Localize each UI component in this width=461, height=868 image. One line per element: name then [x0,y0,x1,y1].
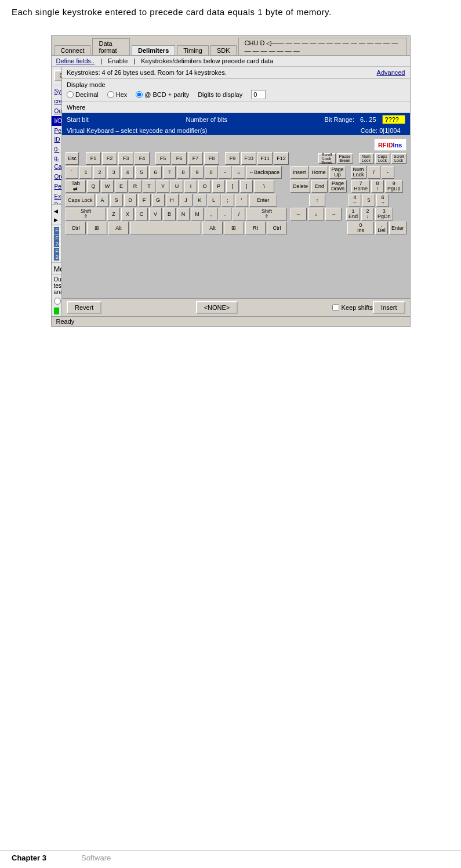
key-pgdn[interactable]: PageDown [329,180,347,193]
list-item-expiration[interactable]: Expiration Date [52,191,61,204]
key-7[interactable]: 7 [163,166,176,179]
insert-button[interactable]: Insert [373,301,405,314]
digits-input[interactable] [251,90,266,99]
key-num4[interactable]: 4← [349,194,361,207]
list-item-orgid[interactable]: OroarlzaOOnalID [52,172,61,182]
define-fields-link[interactable]: Define fields.. [56,57,95,64]
keep-shifts-label[interactable]: Keep shifts [332,304,373,311]
key-backslash[interactable]: \ [254,180,274,193]
list-item-category[interactable]: 0-g. Category [52,144,61,172]
key-tab[interactable]: Tab⇄ [66,180,86,193]
key-backtick[interactable]: ` [66,166,78,179]
key-win[interactable]: ⊞ [87,222,107,234]
key-num3[interactable]: 3PgDn [375,208,393,220]
key-right[interactable]: → [325,208,342,220]
key-insert[interactable]: Insert [291,166,308,179]
key-num-lock[interactable]: NumLock [359,153,374,164]
key-5[interactable]: 5 [135,166,148,179]
key-z[interactable]: Z [107,208,120,220]
key-equals[interactable]: = [233,166,245,179]
key-f9[interactable]: F9 [225,152,240,165]
key-scroll-lock-break[interactable]: ScrollLockBreak [318,153,336,164]
tab-chu-d[interactable]: CHU D ◁—— — — — — — — — — — — — — — — — … [238,38,407,55]
revert-button[interactable]: Revert [67,301,101,314]
f14-label[interactable]: F14Bit 245 [54,234,59,247]
key-a[interactable]: A [96,194,109,207]
key-1[interactable]: 1 [79,166,92,179]
key-f7[interactable]: F7 [188,152,203,165]
key-down[interactable]: ↓ [308,208,324,220]
cv-button[interactable]: CV [54,70,62,81]
key-g[interactable]: G [152,194,165,207]
key-n[interactable]: N [177,208,190,220]
key-esc[interactable]: Esc [66,152,79,165]
key-h[interactable]: H [166,194,179,207]
list-item-oedentialissue[interactable]: I/OedentialIssue [52,116,61,126]
key-space[interactable] [130,222,201,234]
key-num8[interactable]: 8↑ [371,180,384,193]
key-num2[interactable]: 2↓ [361,208,374,220]
key-f5[interactable]: F5 [155,152,170,165]
radio-decimal[interactable]: Decimal [67,91,99,98]
key-q[interactable]: Q [87,180,100,193]
key-left-shift[interactable]: Shift⇑ [66,208,106,220]
list-item-systemcode[interactable]: SystemCode [52,86,61,96]
key-f11[interactable]: F11 [257,152,273,165]
tab-connect[interactable]: Connect [55,45,91,55]
key-4[interactable]: 4 [121,166,134,179]
key-num6[interactable]: 6→ [376,194,389,207]
key-t[interactable]: T [143,180,155,193]
key-right-alt[interactable]: Alt [202,222,223,234]
key-enter[interactable]: Enter [249,194,277,207]
key-slash[interactable]: / [233,208,245,220]
list-item-person-org[interactable]: Petson}Org.ID [52,182,61,191]
key-s[interactable]: S [110,194,123,207]
list-item-oedenbaiseries[interactable]: OedenbaiSeries [52,106,61,116]
key-lbracket[interactable]: [ [226,180,239,193]
key-d[interactable]: D [124,194,137,207]
radio-bcd[interactable]: @ BCD + parity [136,91,189,98]
key-f12[interactable]: F12 [274,152,289,165]
key-b[interactable]: B [163,208,176,220]
key-home[interactable]: Home [310,166,328,179]
key-comma[interactable]: , [205,208,217,220]
key-num-sub[interactable]: - [382,166,394,179]
key-y[interactable]: Y [157,180,169,193]
key-rbracket[interactable]: ] [240,180,253,193]
key-f4[interactable]: F4 [135,152,150,165]
key-num0[interactable]: 0Ins [347,222,374,234]
key-backspace[interactable]: ←Backspace [246,166,282,179]
key-f2[interactable]: F2 [102,152,117,165]
key-f6[interactable]: F6 [172,152,187,165]
key-f10[interactable]: F10 [241,152,256,165]
f15-label[interactable]: F15Bit 245 [54,248,59,261]
tab-timing[interactable]: Timing [177,45,209,55]
key-6[interactable]: 6 [149,166,162,179]
list-item-personal-id[interactable]: PersonaI ID [52,126,61,144]
key-0[interactable]: 0 [205,166,217,179]
key-left-ctrl[interactable]: Ctrl [66,222,86,234]
key-win2[interactable]: ⊞ [224,222,244,234]
keep-shifts-checkbox[interactable] [332,304,339,311]
list-item-credential[interactable]: credential..... [52,96,61,106]
key-2[interactable]: 2 [93,166,106,179]
bit-range-input[interactable] [382,115,405,124]
key-num-del[interactable]: .Del [375,222,388,234]
key-o[interactable]: O [198,180,211,193]
key-pgup[interactable]: PageUp [329,166,346,179]
key-8[interactable]: 8 [177,166,190,179]
auto-get-id-radio[interactable] [54,298,61,305]
key-scroll-lock2[interactable]: ScrollLock [391,153,406,164]
none-button[interactable]: <NONE> [196,301,238,314]
key-v[interactable]: V [149,208,162,220]
key-u[interactable]: U [170,180,183,193]
key-f3[interactable]: F3 [118,152,133,165]
key-num7[interactable]: 7Home [351,180,370,193]
key-rt[interactable]: Rt [245,222,266,234]
key-num-enter[interactable]: Enter [389,222,406,234]
key-minus[interactable]: - [219,166,231,179]
key-semicolon[interactable]: ; [222,194,234,207]
key-period[interactable]: . [219,208,231,220]
key-caps-lock2[interactable]: CapsLock [375,153,390,164]
radio-hex[interactable]: Hex [107,91,128,98]
